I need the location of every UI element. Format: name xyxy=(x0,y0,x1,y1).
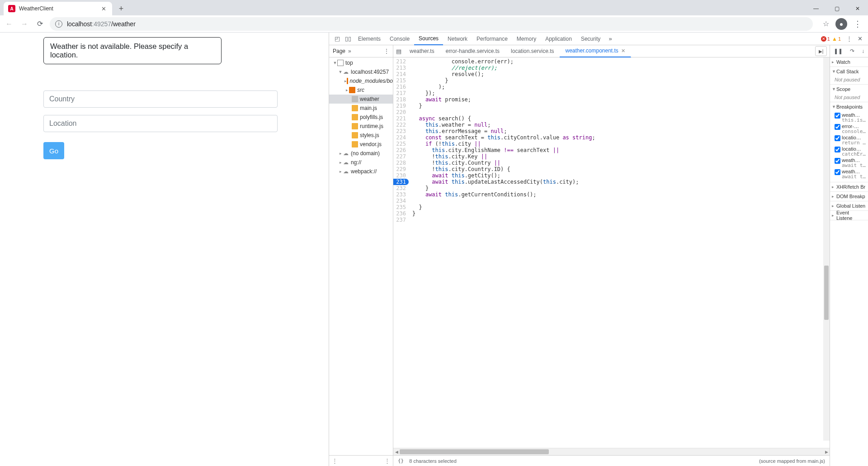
breakpoint-checkbox[interactable] xyxy=(835,169,840,175)
breakpoints-section[interactable]: ▼Breakpoints xyxy=(830,102,868,111)
breakpoint-item[interactable]: error-…console.e… xyxy=(835,124,866,134)
scope-section[interactable]: ▼Scope xyxy=(830,85,868,94)
navigator-tab-page[interactable]: Page xyxy=(333,48,345,54)
devtools-settings-icon[interactable]: ⋮ xyxy=(844,33,854,44)
tree-file-weather[interactable]: weather xyxy=(329,95,393,104)
navigator-menu-icon[interactable]: ⋮ xyxy=(384,48,389,54)
warning-count[interactable]: ▲1 xyxy=(832,36,841,42)
navigator-more-icon[interactable]: » xyxy=(348,48,351,54)
breakpoint-item[interactable]: weath…this.isDa… xyxy=(835,112,866,123)
scroll-right-icon[interactable]: ▶ xyxy=(823,448,830,455)
devtools-tab-network[interactable]: Network xyxy=(443,33,472,45)
breakpoint-item[interactable]: locatio…catchErro… xyxy=(835,146,866,157)
devtools-panel: ◰ ▯▯ Elements Console Sources Network Pe… xyxy=(329,33,868,466)
drawer-toggle-icon[interactable]: ⋮ xyxy=(384,457,390,464)
tree-file[interactable]: main.js xyxy=(329,104,393,113)
breakpoint-checkbox[interactable] xyxy=(835,147,840,152)
bookmark-star-icon[interactable]: ☆ xyxy=(823,19,829,28)
close-file-icon[interactable]: ✕ xyxy=(621,48,625,54)
devtools-tab-sources[interactable]: Sources xyxy=(414,33,443,45)
tree-file[interactable]: vendor.js xyxy=(329,140,393,149)
profile-avatar-icon[interactable]: ● xyxy=(835,18,847,30)
window-minimize-icon[interactable]: — xyxy=(806,2,826,15)
devtools-tab-performance[interactable]: Performance xyxy=(472,33,512,45)
location-input[interactable] xyxy=(43,115,278,132)
go-button[interactable]: Go xyxy=(43,142,64,159)
file-tab[interactable]: location.service.ts xyxy=(505,45,560,57)
tree-file[interactable]: runtime.js xyxy=(329,122,393,131)
tree-file[interactable]: polyfills.js xyxy=(329,113,393,122)
nav-reload-icon[interactable]: ⟳ xyxy=(34,19,45,29)
event-listeners-section[interactable]: ▸Event Listene xyxy=(830,211,868,220)
pretty-print-icon[interactable]: {} xyxy=(398,458,404,464)
more-tabs-icon[interactable]: » xyxy=(605,33,616,44)
breakpoint-item[interactable]: locatio…return th… xyxy=(835,135,866,146)
toggle-sidebar-icon[interactable]: ▶| xyxy=(815,46,827,56)
devtools-tab-security[interactable]: Security xyxy=(576,33,605,45)
breakpoint-checkbox[interactable] xyxy=(835,124,840,130)
new-tab-button[interactable]: + xyxy=(115,2,127,15)
window-close-icon[interactable]: ✕ xyxy=(847,2,868,15)
drawer-toggle-icon[interactable]: ⋮ xyxy=(332,457,338,464)
code-area[interactable]: 2122132142152162172182192202212222232242… xyxy=(393,57,830,448)
horizontal-scrollbar[interactable]: ◀ ▶ xyxy=(393,448,830,455)
browser-menu-icon[interactable]: ⋮ xyxy=(854,19,862,29)
debug-step-into-icon[interactable]: ↓ xyxy=(862,48,864,54)
inspect-element-icon[interactable]: ◰ xyxy=(332,33,343,44)
global-listeners-section[interactable]: ▸Global Listen xyxy=(830,201,868,210)
devtools-tab-console[interactable]: Console xyxy=(385,33,414,45)
browser-tabstrip: A WeatherClient ✕ + — ▢ ✕ xyxy=(0,0,868,15)
breakpoint-item[interactable]: weath…await thi… xyxy=(835,169,866,180)
file-icon xyxy=(352,141,358,147)
close-tab-icon[interactable]: ✕ xyxy=(100,5,108,12)
debug-pause-icon[interactable]: ❚❚ xyxy=(834,48,843,54)
url-omnibox[interactable]: i localhost:49257/weather xyxy=(50,17,813,31)
url-port: :49257 xyxy=(92,20,111,28)
folder-icon xyxy=(347,78,348,84)
editor-tabbar: ▤ weather.ts error-handle.service.ts loc… xyxy=(393,45,830,57)
device-toolbar-icon[interactable]: ▯▯ xyxy=(343,33,354,44)
weather-unavailable-message: Weather is not available. Please specify… xyxy=(43,37,222,64)
scroll-left-icon[interactable]: ◀ xyxy=(393,448,400,455)
nav-forward-icon[interactable]: → xyxy=(19,19,30,29)
browser-tab[interactable]: A WeatherClient ✕ xyxy=(4,2,112,15)
vertical-scrollbar[interactable] xyxy=(823,57,830,441)
debug-step-over-icon[interactable]: ↷ xyxy=(850,48,854,54)
devtools-tab-memory[interactable]: Memory xyxy=(512,33,541,45)
breakpoint-item[interactable]: weath…await thi… xyxy=(835,157,866,168)
dom-breakpoints-section[interactable]: ▸DOM Breakp xyxy=(830,192,868,201)
breakpoint-checkbox[interactable] xyxy=(835,113,840,119)
folder-icon xyxy=(349,87,355,93)
cloud-icon: ☁ xyxy=(343,168,349,175)
frame-icon xyxy=(337,60,344,66)
file-icon xyxy=(352,132,358,138)
status-sourcemap: (source mapped from main.js) xyxy=(759,458,825,464)
window-maximize-icon[interactable]: ▢ xyxy=(826,2,847,15)
cloud-icon: ☁ xyxy=(343,159,349,166)
xhr-breakpoints-section[interactable]: ▸XHR/fetch Br xyxy=(830,182,868,191)
file-tree[interactable]: ▼top ▼☁localhost:49257 ▸node_modules/bo … xyxy=(329,57,393,455)
tab-title: WeatherClient xyxy=(19,5,100,12)
breakpoint-checkbox[interactable] xyxy=(835,135,840,141)
file-tab-active[interactable]: weather.component.ts✕ xyxy=(560,45,631,57)
callstack-section[interactable]: ▼Call Stack xyxy=(830,67,868,76)
file-tab[interactable]: weather.ts xyxy=(404,45,440,57)
app-viewport: Weather is not available. Please specify… xyxy=(0,33,329,466)
devtools-close-icon[interactable]: ✕ xyxy=(854,33,865,44)
devtools-tab-elements[interactable]: Elements xyxy=(354,33,385,45)
file-tab[interactable]: error-handle.service.ts xyxy=(440,45,505,57)
file-icon xyxy=(352,105,358,111)
country-input[interactable] xyxy=(43,90,278,108)
error-count[interactable]: ✕1 xyxy=(821,36,830,42)
url-host: localhost xyxy=(67,20,92,28)
watch-section[interactable]: ▸Watch xyxy=(830,57,868,67)
file-list-icon[interactable]: ▤ xyxy=(393,46,404,57)
devtools-tabbar: ◰ ▯▯ Elements Console Sources Network Pe… xyxy=(329,33,868,45)
nav-back-icon[interactable]: ← xyxy=(4,19,14,29)
tree-file[interactable]: styles.js xyxy=(329,131,393,140)
address-bar: ← → ⟳ i localhost:49257/weather ☆ ● ⋮ xyxy=(0,15,868,33)
breakpoint-checkbox[interactable] xyxy=(835,158,840,164)
debugger-sidebar: ❚❚ ↷ ↓ ▸Watch ▼Call Stack Not paused ▼Sc… xyxy=(830,45,868,466)
devtools-tab-application[interactable]: Application xyxy=(541,33,576,45)
site-info-icon[interactable]: i xyxy=(55,20,62,28)
